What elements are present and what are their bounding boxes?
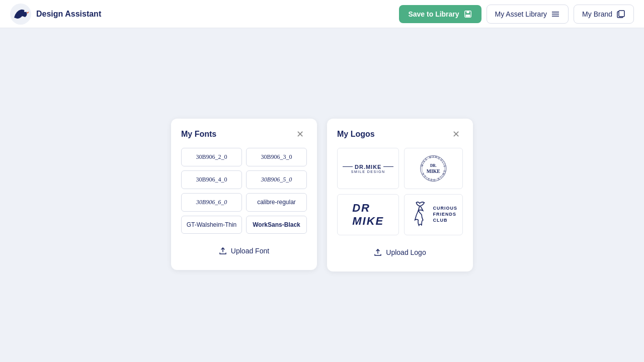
main-content: My Fonts ✕ 30B906_2_0 30B906_3_0 30B906_… [0, 28, 644, 362]
fonts-panel-header: My Fonts ✕ [181, 129, 307, 140]
font-item[interactable]: 30B906_5_0 [246, 170, 307, 189]
logo-grid: DR.MIKE SMILE DESIGN MIKE MARGO [337, 148, 463, 235]
font-item[interactable]: 30B906_6_0 [181, 193, 242, 212]
dr-mike-sub-text: SMILE DESIGN [351, 170, 385, 173]
svg-rect-4 [465, 14, 470, 17]
brand-label: My Brand [582, 10, 612, 18]
dr-mike-text-logo: DR.MIKE SMILE DESIGN [343, 164, 393, 173]
svg-text:DR.: DR. [430, 163, 437, 168]
my-brand-button[interactable]: My Brand [574, 5, 634, 24]
logos-panel-title: My Logos [337, 130, 375, 139]
logos-panel: My Logos ✕ DR.MIKE SMILE DESIGN [327, 119, 473, 272]
menu-icon [551, 10, 560, 19]
logo-area: Design Assistant [10, 4, 399, 25]
dr-mike-circle-svg: MIKE MARGOLIS SMILE DESIGN DR. MIKE [410, 153, 457, 184]
cfc-bird-icon [410, 200, 430, 230]
svg-rect-3 [466, 11, 469, 13]
logo-item-curious-friends-club[interactable]: CURIOUS FRIENDS CLUB [404, 194, 463, 235]
header-actions: Save to Library My Asset Library My Bran… [399, 5, 634, 24]
fonts-panel-title: My Fonts [181, 130, 216, 139]
svg-text:MIKE: MIKE [427, 168, 440, 174]
svg-point-1 [24, 10, 26, 12]
friends-text: FRIENDS [433, 212, 456, 218]
brand-icon [616, 10, 625, 19]
upload-font-label: Upload Font [231, 247, 269, 255]
asset-library-label: My Asset Library [495, 10, 547, 18]
fonts-panel-close-button[interactable]: ✕ [293, 129, 307, 140]
font-item[interactable]: calibre-regular [246, 193, 307, 212]
dr-mike-name-text: DR.MIKE [355, 164, 381, 170]
left-hline [343, 166, 353, 167]
dr-mike-bold-text: DRMIKE [352, 202, 384, 228]
upload-logo-label: Upload Logo [386, 248, 426, 256]
logos-panel-close-button[interactable]: ✕ [449, 129, 463, 140]
logos-panel-header: My Logos ✕ [337, 129, 463, 140]
club-text: CLUB [433, 218, 447, 224]
save-to-library-button[interactable]: Save to Library [399, 5, 481, 23]
dr-mike-line: DR.MIKE [343, 164, 393, 170]
app-title: Design Assistant [36, 10, 101, 19]
right-hline [383, 166, 393, 167]
upload-icon [219, 247, 227, 255]
upload-icon [374, 248, 382, 256]
logo-item-dr-mike-horizontal[interactable]: DR.MIKE SMILE DESIGN [337, 148, 399, 189]
upload-font-button[interactable]: Upload Font [181, 242, 307, 260]
app-logo-icon [10, 4, 31, 25]
font-item[interactable]: 30B906_4_0 [181, 170, 242, 189]
app-header: Design Assistant Save to Library My Asse… [0, 0, 644, 28]
font-item[interactable]: 30B906_2_0 [181, 148, 242, 166]
font-item[interactable]: GT-Walsheim-Thin [181, 216, 242, 234]
cfc-logo-container: CURIOUS FRIENDS CLUB [410, 200, 457, 230]
font-grid: 30B906_2_0 30B906_3_0 30B906_4_0 30B906_… [181, 148, 307, 234]
font-item[interactable]: WorkSans-Black [246, 216, 307, 234]
svg-rect-9 [619, 11, 624, 17]
upload-logo-button[interactable]: Upload Logo [337, 243, 463, 261]
panels-row: My Fonts ✕ 30B906_2_0 30B906_3_0 30B906_… [171, 119, 473, 272]
save-label: Save to Library [408, 10, 459, 18]
curious-text: CURIOUS [433, 206, 457, 212]
logo-item-dr-mike-bold[interactable]: DRMIKE [337, 194, 399, 235]
save-icon [463, 10, 472, 19]
asset-library-button[interactable]: My Asset Library [487, 5, 569, 24]
logo-item-dr-mike-circle[interactable]: MIKE MARGOLIS SMILE DESIGN DR. MIKE [404, 148, 463, 189]
font-item[interactable]: 30B906_3_0 [246, 148, 307, 166]
cfc-text-logo: CURIOUS FRIENDS CLUB [433, 206, 457, 223]
fonts-panel: My Fonts ✕ 30B906_2_0 30B906_3_0 30B906_… [171, 119, 317, 270]
